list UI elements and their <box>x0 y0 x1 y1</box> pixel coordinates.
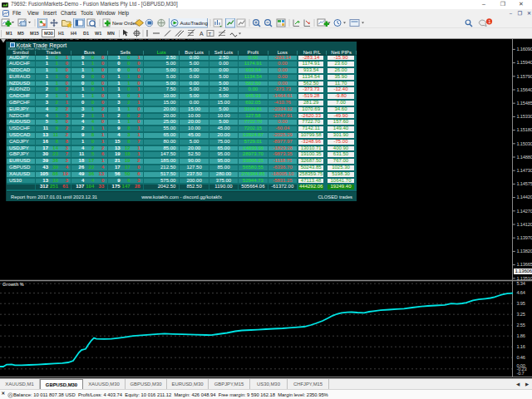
svg-text:New Order: New Order <box>112 20 137 26</box>
svg-text:AutoTrading: AutoTrading <box>180 20 209 26</box>
svg-text:T: T <box>209 32 212 37</box>
svg-text:1: 1 <box>488 19 490 24</box>
svg-text:A: A <box>200 31 204 37</box>
